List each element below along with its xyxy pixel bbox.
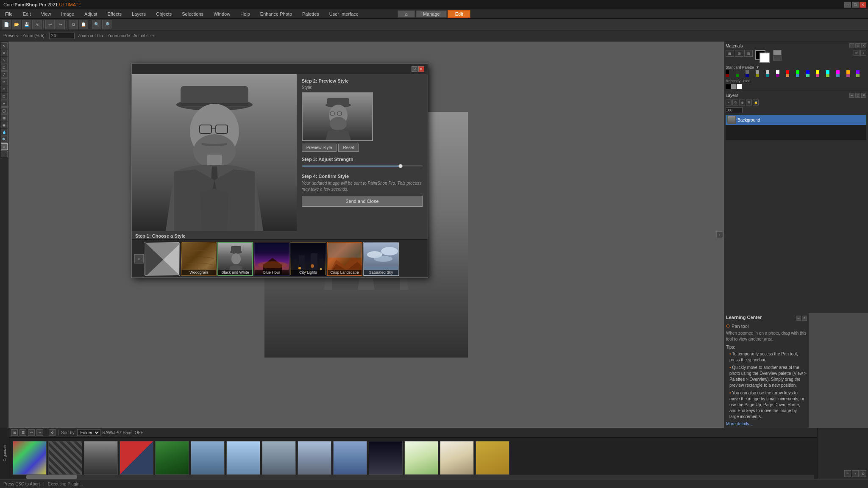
filmstrip-thumb-11[interactable]: [369, 441, 403, 475]
tool-eraser[interactable]: ◻: [1, 93, 8, 100]
new-file-button[interactable]: 📄: [2, 20, 11, 29]
filmstrip-zoom-out[interactable]: ─: [844, 470, 851, 477]
swatch-olive[interactable]: [756, 74, 759, 77]
tool-crop[interactable]: ⊡: [1, 64, 8, 71]
style-thumb-woodwhiteblack[interactable]: [145, 242, 180, 276]
menu-selections[interactable]: Selections: [180, 11, 205, 17]
filmstrip-thumb-13[interactable]: [440, 441, 474, 475]
materials-color-btn[interactable]: ⊡: [735, 50, 743, 57]
style-thumb-black-and-white[interactable]: Black and White: [217, 242, 253, 276]
materials-pattern-btn[interactable]: ▥: [744, 50, 753, 57]
menu-window[interactable]: Window: [212, 11, 232, 17]
filmstrip-scroll-thumb[interactable]: [26, 475, 77, 479]
swatch-steel-blue[interactable]: [796, 74, 799, 77]
filmstrip-thumb-5[interactable]: [155, 441, 189, 475]
materials-gradient-btn[interactable]: ▦: [726, 50, 734, 57]
filmstrip-thumb-9[interactable]: [298, 441, 331, 475]
layers-minimize-button[interactable]: ─: [849, 93, 854, 98]
layers-lock-button[interactable]: 🔒: [753, 100, 759, 105]
tool-clone[interactable]: ⊕: [1, 86, 8, 92]
recent-color-black[interactable]: [726, 84, 731, 89]
redo-button[interactable]: ↪: [56, 20, 65, 29]
swatch-lighter-gray[interactable]: [766, 70, 769, 74]
tool-add[interactable]: +: [1, 150, 8, 157]
swatch-teal[interactable]: [766, 74, 769, 77]
menu-palettes[interactable]: Palettes: [300, 11, 321, 17]
swatch-purple[interactable]: [856, 70, 860, 74]
swatch-gray[interactable]: [746, 70, 749, 74]
swatch-brown[interactable]: [786, 74, 789, 77]
add-color-button[interactable]: +: [860, 50, 866, 56]
style-thumb-woodgrain[interactable]: Woodgrain: [181, 242, 217, 276]
swatch-dark-green[interactable]: [736, 74, 739, 77]
background-color-swatch[interactable]: [760, 53, 770, 63]
style-thumb-crisp-landscape[interactable]: Crisp Landscape: [327, 242, 362, 276]
menu-view[interactable]: View: [39, 11, 53, 17]
swatch-mauve[interactable]: [846, 74, 850, 77]
swatch-black[interactable]: [726, 70, 729, 74]
recent-color-white[interactable]: [737, 84, 742, 89]
zoom-input[interactable]: [49, 33, 75, 39]
edit-button[interactable]: Edit: [448, 10, 470, 18]
tool-fill[interactable]: ▦: [1, 114, 8, 121]
filmstrip-thumb-7[interactable]: [226, 441, 260, 475]
style-thumb-saturated-sky[interactable]: Saturated Sky: [363, 242, 399, 276]
zoom-in-button[interactable]: 🔍: [92, 20, 101, 29]
filmstrip-thumb-8[interactable]: [262, 441, 296, 475]
style-thumb-city-lights[interactable]: City Lights: [290, 242, 326, 276]
filmstrip-view-list[interactable]: ☰: [19, 429, 26, 436]
swatch-magenta[interactable]: [836, 70, 840, 74]
swatch-green[interactable]: [796, 70, 799, 74]
open-file-button[interactable]: 📂: [12, 20, 21, 29]
filmstrip-view-grid[interactable]: ⊞: [11, 429, 18, 436]
tool-straighten[interactable]: ╱: [1, 71, 8, 78]
scroll-right-button[interactable]: ›: [716, 231, 723, 238]
more-details-link[interactable]: More details...: [726, 421, 807, 426]
filmstrip-settings[interactable]: ⚙: [49, 429, 56, 436]
manage-button[interactable]: Manage: [416, 10, 447, 18]
menu-user-interface[interactable]: User Interface: [328, 11, 360, 17]
menu-edit[interactable]: Edit: [21, 11, 33, 17]
layers-new-button[interactable]: +: [726, 100, 732, 105]
filmstrip-thumb-6[interactable]: [191, 441, 225, 475]
home-nav-button[interactable]: ⌂: [398, 10, 415, 18]
filmstrip-thumb-3[interactable]: [84, 441, 118, 475]
layers-duplicate-button[interactable]: ⧉: [732, 100, 738, 105]
filmstrip-thumb-12[interactable]: [404, 441, 438, 475]
filmstrip-redo[interactable]: ↪: [36, 429, 43, 436]
zoom-out-button[interactable]: 🔎: [102, 20, 111, 29]
paste-button[interactable]: 📋: [79, 20, 88, 29]
filmstrip-thumb-1[interactable]: [13, 441, 47, 475]
filmstrip-thumb-2[interactable]: [48, 441, 82, 475]
materials-close-button[interactable]: ✕: [861, 43, 866, 48]
swatch-light-gray[interactable]: [756, 70, 759, 74]
swatch-dark-red[interactable]: [726, 74, 729, 77]
save-file-button[interactable]: 💾: [22, 20, 31, 29]
recent-color-2[interactable]: [773, 55, 782, 61]
menu-adjust[interactable]: Adjust: [83, 11, 99, 17]
recent-color-1[interactable]: [773, 50, 782, 55]
menu-help[interactable]: Help: [239, 11, 252, 17]
menu-image[interactable]: Image: [59, 11, 76, 17]
preview-style-button[interactable]: Preview Style: [302, 144, 337, 152]
undo-button[interactable]: ↩: [45, 20, 55, 29]
reset-button[interactable]: Reset: [338, 144, 359, 152]
close-window-button[interactable]: ✕: [860, 2, 866, 8]
tool-shapes[interactable]: ◯: [1, 107, 8, 114]
swatch-blue[interactable]: [806, 70, 810, 74]
layers-delete-button[interactable]: 🗑: [739, 100, 745, 105]
menu-enhance-photo[interactable]: Enhance Photo: [259, 11, 294, 17]
layers-maximize-button[interactable]: □: [855, 93, 860, 98]
palette-dropdown-arrow[interactable]: ▼: [756, 65, 760, 69]
swatch-dark-blue[interactable]: [746, 74, 749, 77]
swatch-red[interactable]: [786, 70, 789, 74]
menu-file[interactable]: File: [3, 11, 14, 17]
recent-color-gray[interactable]: [731, 84, 736, 89]
tool-redeye[interactable]: ◉: [1, 122, 8, 128]
materials-maximize-button[interactable]: □: [855, 43, 860, 48]
layer-background[interactable]: Background: [726, 115, 866, 125]
layer-opacity-input[interactable]: [726, 107, 743, 113]
filmstrip-zoom-in[interactable]: +: [852, 470, 859, 477]
tool-paint[interactable]: ✏: [1, 78, 8, 85]
print-button[interactable]: 🖨: [32, 20, 42, 29]
